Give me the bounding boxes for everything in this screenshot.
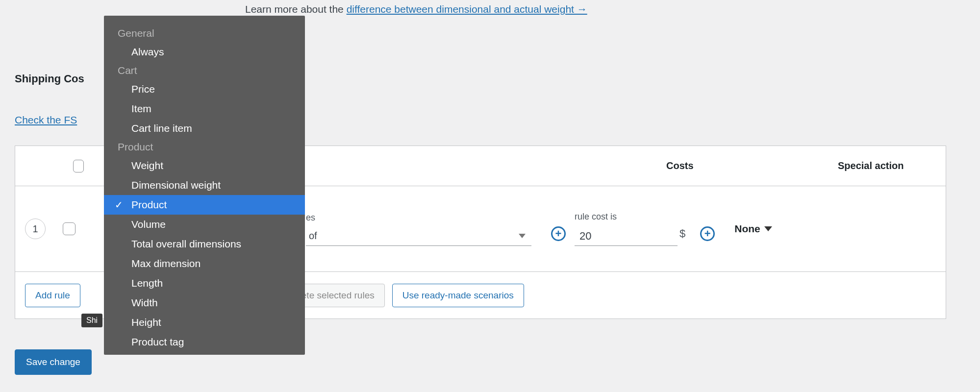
dropdown-group-label: General bbox=[104, 24, 305, 42]
select-all-checkbox[interactable] bbox=[73, 160, 84, 172]
add-condition-button[interactable]: + bbox=[551, 226, 566, 241]
condition-dropdown-menu: GeneralAlwaysCartPriceItemCart line item… bbox=[104, 16, 305, 355]
learn-more-link[interactable]: difference between dimensional and actua… bbox=[347, 3, 587, 15]
add-rule-button[interactable]: Add rule bbox=[25, 284, 80, 307]
dropdown-item-label: Item bbox=[131, 103, 151, 114]
dropdown-item-label: Height bbox=[131, 317, 161, 328]
dropdown-item-label: Dimensional weight bbox=[131, 179, 221, 191]
dropdown-item-label: Always bbox=[131, 46, 164, 57]
special-action-select[interactable]: None bbox=[734, 223, 772, 235]
of-select[interactable]: of bbox=[306, 226, 531, 246]
dropdown-item[interactable]: Length bbox=[104, 273, 305, 293]
chevron-down-icon bbox=[519, 234, 526, 238]
cost-label: rule cost is bbox=[575, 212, 617, 222]
dropdown-item[interactable]: Item bbox=[104, 99, 305, 119]
save-changes-button[interactable]: Save change bbox=[15, 349, 92, 375]
cost-input[interactable] bbox=[575, 226, 678, 246]
dropdown-item[interactable]: Weight bbox=[104, 156, 305, 175]
dropdown-item[interactable]: Always bbox=[104, 42, 305, 62]
use-scenarios-button[interactable]: Use ready-made scenarios bbox=[392, 284, 524, 307]
chevron-down-icon bbox=[764, 226, 772, 231]
check-icon: ✓ bbox=[115, 199, 123, 211]
special-action-value: None bbox=[734, 223, 760, 235]
section-title: Shipping Cos bbox=[15, 73, 84, 85]
dropdown-item[interactable]: Width bbox=[104, 293, 305, 313]
dropdown-item-label: Length bbox=[131, 277, 163, 289]
dropdown-item[interactable]: Price bbox=[104, 79, 305, 99]
dropdown-item-label: Width bbox=[131, 297, 158, 308]
check-fs-link[interactable]: Check the FS bbox=[15, 114, 77, 126]
col-special-header: Special action bbox=[838, 160, 936, 172]
col-costs-header: Costs bbox=[666, 160, 838, 172]
dropdown-item-label: Volume bbox=[131, 219, 166, 230]
dropdown-item-label: Price bbox=[131, 83, 155, 95]
dropdown-item-label: Product bbox=[131, 199, 167, 210]
learn-more-prefix: Learn more about the bbox=[245, 3, 347, 15]
dropdown-item[interactable]: Dimensional weight bbox=[104, 175, 305, 195]
delete-selected-button[interactable]: ete selected rules bbox=[291, 284, 385, 307]
dropdown-item-label: Max dimension bbox=[131, 258, 201, 269]
currency-symbol: $ bbox=[679, 227, 685, 240]
add-cost-button[interactable]: + bbox=[700, 226, 715, 241]
of-select-text: of bbox=[309, 230, 317, 242]
dropdown-item-label: Total overall dimensions bbox=[131, 238, 241, 249]
dropdown-item[interactable]: Cart line item bbox=[104, 119, 305, 138]
dropdown-item[interactable]: Volume bbox=[104, 215, 305, 234]
row-checkbox[interactable] bbox=[63, 222, 75, 235]
dropdown-item[interactable]: ✓Product bbox=[104, 195, 305, 215]
dropdown-item[interactable]: Height bbox=[104, 313, 305, 332]
dropdown-item-label: Cart line item bbox=[131, 122, 192, 134]
row-number: 1 bbox=[25, 219, 46, 239]
dropdown-item[interactable]: Max dimension bbox=[104, 254, 305, 273]
dropdown-group-label: Product bbox=[104, 138, 305, 156]
learn-more-text: Learn more about the difference between … bbox=[245, 3, 587, 15]
dropdown-item-label: Weight bbox=[131, 160, 163, 171]
of-truncated-label: es bbox=[306, 213, 315, 223]
tooltip: Shi bbox=[81, 314, 102, 327]
dropdown-group-label: Cart bbox=[104, 62, 305, 79]
dropdown-item[interactable]: Product tag bbox=[104, 332, 305, 352]
dropdown-item[interactable]: Total overall dimensions bbox=[104, 234, 305, 254]
dropdown-item-label: Product tag bbox=[131, 336, 184, 347]
